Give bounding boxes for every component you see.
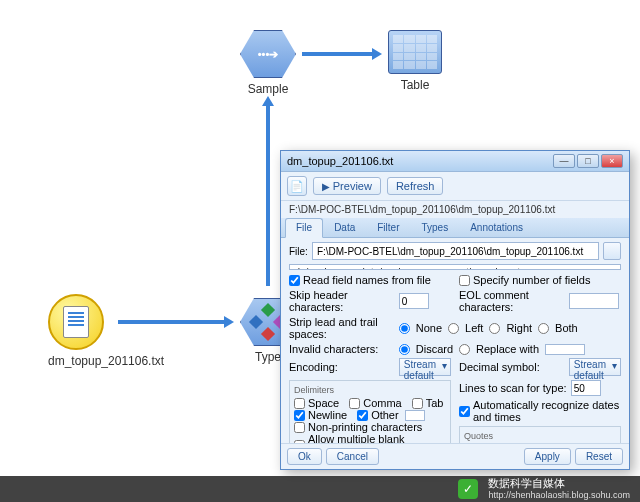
- sample-glyph: •••➔: [258, 48, 279, 61]
- delim-space-checkbox[interactable]: [294, 398, 305, 409]
- source-dialog: dm_topup_201106.txt — □ × 📄 ▶ Preview Re…: [280, 150, 630, 470]
- arrow-head-1: [372, 48, 382, 60]
- decimal-label: Decimal symbol:: [459, 361, 561, 373]
- dialog-title-text: dm_topup_201106.txt: [287, 155, 393, 167]
- document-icon: [63, 306, 89, 338]
- quotes-title: Quotes: [464, 431, 616, 441]
- specify-fields-checkbox[interactable]: [459, 275, 470, 286]
- preview-button[interactable]: ▶ Preview: [313, 177, 381, 195]
- invalid-replace-radio[interactable]: [459, 344, 470, 355]
- delim-tab-checkbox[interactable]: [412, 398, 423, 409]
- source-circle: [48, 294, 104, 350]
- strip-left-radio[interactable]: [448, 323, 459, 334]
- arrow-head-3: [262, 96, 274, 106]
- preview-line: dn|recharge_date|recharge_amount|voucher…: [294, 267, 616, 270]
- encoding-select[interactable]: Stream default: [399, 358, 451, 376]
- delimiters-title: Delimiters: [294, 385, 446, 395]
- replace-with-input[interactable]: [545, 344, 585, 355]
- watermark-bar: ✓ 数据科学自媒体 http://shenhaolaoshi.blog.sohu…: [0, 476, 640, 502]
- read-fields-checkbox[interactable]: [289, 275, 300, 286]
- reset-button[interactable]: Reset: [575, 448, 623, 465]
- tab-file[interactable]: File: [285, 218, 323, 238]
- invalid-chars-label: Invalid characters:: [289, 343, 391, 355]
- wechat-icon: ✓: [458, 479, 478, 499]
- dialog-footer: Ok Cancel Apply Reset: [281, 443, 629, 469]
- apply-button[interactable]: Apply: [524, 448, 571, 465]
- delimiters-group: Delimiters Space Comma Tab Newline Other…: [289, 380, 451, 443]
- strip-both-radio[interactable]: [538, 323, 549, 334]
- preview-box: dn|recharge_date|recharge_amount|voucher…: [289, 264, 621, 270]
- arrow-head-2: [224, 316, 234, 328]
- strip-none-radio[interactable]: [399, 323, 410, 334]
- strip-spaces-label: Strip lead and trail spaces:: [289, 316, 391, 340]
- eol-comment-input[interactable]: [569, 293, 619, 309]
- encoding-label: Encoding:: [289, 361, 391, 373]
- read-fields-label: Read field names from file: [303, 274, 431, 286]
- dialog-titlebar[interactable]: dm_topup_201106.txt — □ ×: [281, 151, 629, 172]
- tab-data[interactable]: Data: [323, 218, 366, 237]
- eol-comment-label: EOL comment characters:: [459, 289, 561, 313]
- close-button[interactable]: ×: [601, 154, 623, 168]
- delim-comma-checkbox[interactable]: [349, 398, 360, 409]
- dialog-path: F:\DM-POC-BTEL\dm_topup_201106\dm_topup_…: [281, 201, 629, 218]
- skip-header-input[interactable]: [399, 293, 429, 309]
- table-node[interactable]: Table: [388, 30, 442, 92]
- source-node[interactable]: dm_topup_201106.txt: [48, 294, 164, 368]
- tab-annotations[interactable]: Annotations: [459, 218, 534, 237]
- watermark-url: http://shenhaolaoshi.blog.sohu.com: [488, 489, 630, 501]
- delim-newline-checkbox[interactable]: [294, 410, 305, 421]
- cancel-button[interactable]: Cancel: [326, 448, 379, 465]
- skip-header-label: Skip header characters:: [289, 289, 391, 313]
- sample-label: Sample: [240, 82, 296, 96]
- auto-dates-checkbox[interactable]: [459, 406, 470, 417]
- table-label: Table: [388, 78, 442, 92]
- strip-right-radio[interactable]: [489, 323, 500, 334]
- maximize-button[interactable]: □: [577, 154, 599, 168]
- arrow-sample-table: [302, 52, 372, 56]
- specify-fields-label: Specify number of fields: [473, 274, 590, 286]
- quotes-group: Quotes Single quotes:Discard Double quot…: [459, 426, 621, 443]
- decimal-select[interactable]: Stream default: [569, 358, 621, 376]
- tab-filter[interactable]: Filter: [366, 218, 410, 237]
- file-label: File:: [289, 246, 308, 257]
- tab-types[interactable]: Types: [410, 218, 459, 237]
- ok-button[interactable]: Ok: [287, 448, 322, 465]
- sample-hexagon: •••➔: [240, 30, 296, 78]
- lines-scan-input[interactable]: [571, 380, 601, 396]
- delim-other-checkbox[interactable]: [357, 410, 368, 421]
- delim-other-input[interactable]: [405, 410, 425, 421]
- arrow-type-sample: [266, 106, 270, 286]
- dialog-tabs: File Data Filter Types Annotations: [281, 218, 629, 238]
- file-icon[interactable]: 📄: [287, 176, 307, 196]
- invalid-discard-radio[interactable]: [399, 344, 410, 355]
- refresh-button[interactable]: Refresh: [387, 177, 444, 195]
- nonprint-checkbox[interactable]: [294, 422, 305, 433]
- dialog-body: File: dn|recharge_date|recharge_amount|v…: [281, 238, 629, 443]
- dialog-toolbar: 📄 ▶ Preview Refresh: [281, 172, 629, 201]
- lines-scan-label: Lines to scan for type:: [459, 382, 567, 394]
- sample-node[interactable]: •••➔ Sample: [240, 30, 296, 96]
- table-icon: [388, 30, 442, 74]
- arrow-source-type: [118, 320, 224, 324]
- source-label: dm_topup_201106.txt: [48, 354, 164, 368]
- file-input[interactable]: [312, 242, 599, 260]
- browse-button[interactable]: [603, 242, 621, 260]
- watermark-name: 数据科学自媒体: [488, 477, 630, 489]
- minimize-button[interactable]: —: [553, 154, 575, 168]
